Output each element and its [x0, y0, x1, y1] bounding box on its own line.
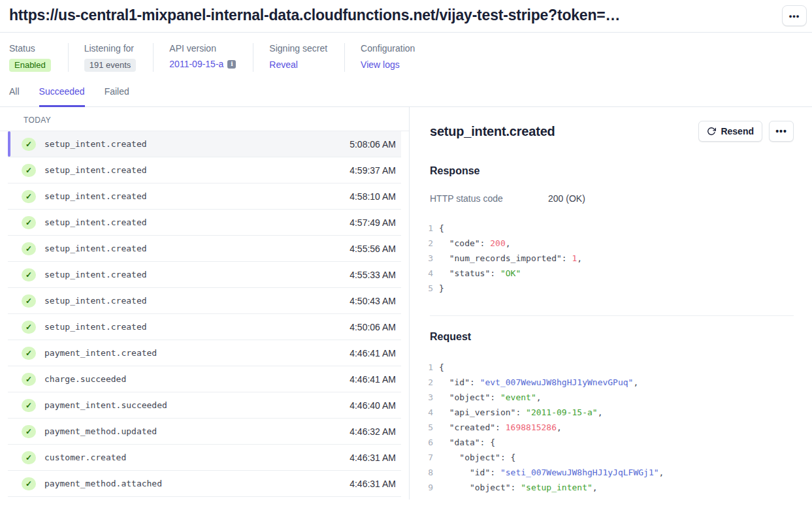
- code-line: 6 "data": {: [420, 435, 794, 450]
- api-version-section: API version 2011-09-15-a i: [153, 43, 253, 72]
- code-token: "num_records_imported":: [439, 253, 572, 263]
- code-line: 4 "api_version": "2011-09-15-a",: [420, 405, 794, 420]
- event-row[interactable]: ✓ setup_intent.created 4:57:49 AM: [8, 210, 401, 236]
- code-line: 5 }: [420, 281, 794, 296]
- event-filter-tabs: All Succeeded Failed: [0, 72, 812, 107]
- code-token: "OK": [500, 268, 521, 278]
- line-number: 2: [420, 375, 433, 390]
- line-number: 4: [420, 405, 433, 420]
- event-row[interactable]: ✓ payment_intent.created 4:46:41 AM: [8, 340, 401, 366]
- success-check-icon: ✓: [22, 164, 36, 177]
- code-token: {: [439, 223, 444, 233]
- header-more-button[interactable]: •••: [782, 5, 807, 26]
- request-body-code: 1 { 2 "id": "evt_007WewuJW8hgHJ1yWnevGPu…: [420, 360, 794, 495]
- status-section: Status Enabled: [9, 43, 68, 72]
- event-row[interactable]: ✓ setup_intent.created 4:55:56 AM: [8, 236, 401, 262]
- line-number: 1: [420, 221, 433, 236]
- configuration-label: Configuration: [361, 43, 415, 54]
- api-version-label: API version: [169, 43, 236, 54]
- code-token: "event": [500, 392, 536, 402]
- code-token: }: [439, 283, 444, 293]
- view-logs-link[interactable]: View logs: [361, 59, 400, 70]
- success-check-icon: ✓: [22, 399, 36, 412]
- response-body-code: 1 { 2 "code": 200, 3 "num_records_import…: [420, 221, 794, 296]
- code-token: ,: [536, 392, 542, 402]
- section-divider: [430, 315, 794, 316]
- success-check-icon: ✓: [22, 268, 36, 281]
- code-token: "object": {: [439, 452, 515, 462]
- main-content: TODAY ✓ setup_intent.created 5:08:06 AM …: [0, 107, 812, 500]
- code-token: ,: [506, 238, 511, 248]
- line-number: 3: [420, 390, 433, 405]
- ellipsis-icon: •••: [789, 11, 800, 21]
- reveal-secret-link[interactable]: Reveal: [269, 59, 298, 70]
- response-heading: Response: [430, 165, 794, 177]
- resend-refresh-icon: [707, 127, 716, 136]
- code-token: "evt_007WewuJW8hgHJ1yWnevGPuq": [480, 377, 634, 387]
- info-icon[interactable]: i: [227, 60, 236, 69]
- line-number: 3: [420, 251, 433, 266]
- event-name: setup_intent.created: [44, 165, 147, 175]
- event-row-selected[interactable]: ✓ setup_intent.created 5:08:06 AM: [8, 131, 401, 157]
- code-token: {: [439, 362, 444, 372]
- event-row[interactable]: ✓ payment_method.attached 4:46:31 AM: [8, 471, 401, 497]
- event-row[interactable]: ✓ setup_intent.created 4:50:43 AM: [8, 288, 401, 314]
- success-check-icon: ✓: [22, 294, 36, 308]
- code-token: ,: [633, 377, 638, 387]
- configuration-section: Configuration View logs: [344, 43, 432, 72]
- code-line: 7 "object": {: [420, 450, 794, 465]
- event-name: payment_intent.succeeded: [44, 400, 167, 410]
- tab-all[interactable]: All: [9, 86, 20, 107]
- event-name: payment_intent.created: [44, 348, 157, 358]
- event-time: 4:55:56 AM: [349, 244, 396, 254]
- code-line: 8 "id": "seti_007WewuJW8hgHJ1yJqLFWGj1",: [420, 465, 794, 480]
- line-number: 4: [420, 266, 433, 281]
- status-label: Status: [9, 43, 51, 54]
- event-name: setup_intent.created: [44, 191, 147, 201]
- code-token: "seti_007WewuJW8hgHJ1yJqLFWGj1": [500, 468, 659, 477]
- code-line: 3 "num_records_imported": 1,: [420, 251, 794, 266]
- code-token: "setup_intent": [521, 483, 593, 492]
- code-line: 9 "object": "setup_intent",: [420, 480, 794, 495]
- success-check-icon: ✓: [22, 373, 36, 386]
- event-row[interactable]: ✓ setup_intent.created 4:55:33 AM: [8, 262, 401, 288]
- event-time: 5:08:06 AM: [349, 139, 396, 150]
- event-row[interactable]: ✓ payment_intent.succeeded 4:46:40 AM: [8, 392, 401, 419]
- event-row[interactable]: ✓ payment_method.updated 4:46:32 AM: [8, 419, 401, 445]
- line-number: 1: [420, 360, 433, 375]
- event-row[interactable]: ✓ charge.succeeded 4:46:41 AM: [8, 366, 401, 392]
- signing-secret-label: Signing secret: [269, 43, 327, 54]
- resend-button[interactable]: Resend: [698, 121, 762, 142]
- code-token: 200: [490, 238, 505, 248]
- success-check-icon: ✓: [22, 451, 36, 464]
- code-token: "id":: [439, 377, 480, 387]
- event-row[interactable]: ✓ customer.created 4:46:31 AM: [8, 445, 401, 471]
- event-row[interactable]: ✓ setup_intent.created 4:59:37 AM: [8, 157, 401, 183]
- code-token: "status":: [439, 268, 500, 278]
- code-line: 2 "code": 200,: [420, 236, 794, 251]
- line-number: 7: [420, 450, 433, 465]
- event-row[interactable]: ✓ setup_intent.created 4:58:10 AM: [8, 183, 401, 210]
- http-status-label: HTTP status code: [430, 193, 548, 204]
- event-time: 4:55:33 AM: [349, 270, 396, 280]
- event-time: 4:59:37 AM: [349, 165, 396, 176]
- code-token: "id":: [439, 468, 500, 477]
- line-number: 8: [420, 465, 433, 480]
- line-number: 5: [420, 420, 433, 435]
- code-token: "object":: [439, 392, 500, 402]
- code-line: 1 {: [420, 360, 794, 375]
- event-time: 4:46:31 AM: [349, 452, 396, 463]
- tab-succeeded[interactable]: Succeeded: [39, 86, 85, 107]
- line-number: 2: [420, 236, 433, 251]
- event-name: setup_intent.created: [44, 270, 147, 279]
- success-check-icon: ✓: [22, 321, 36, 334]
- api-version-link[interactable]: 2011-09-15-a: [169, 59, 223, 69]
- listening-for-label: Listening for: [84, 43, 137, 54]
- tab-failed[interactable]: Failed: [105, 86, 129, 107]
- event-row[interactable]: ✓ setup_intent.created 4:50:06 AM: [8, 314, 401, 340]
- code-token: "2011-09-15-a": [526, 407, 598, 417]
- ellipsis-icon: •••: [775, 126, 787, 136]
- event-time: 4:46:41 AM: [349, 348, 396, 358]
- detail-more-button[interactable]: •••: [769, 121, 794, 142]
- status-bar: Status Enabled Listening for 191 events …: [0, 33, 812, 72]
